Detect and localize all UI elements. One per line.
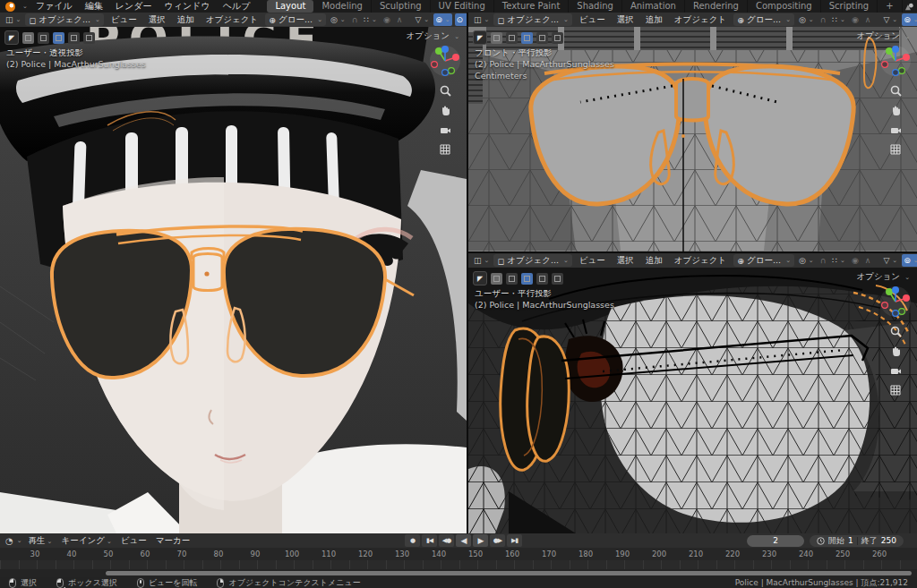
visibility-filter-button[interactable]: ▽⌄	[881, 13, 899, 26]
menubar-item-ファイル[interactable]: ファイル	[30, 0, 79, 13]
viewport-user-orthographic[interactable]: ◫⌄◻オブジェク...⌄ビュー選択追加オブジェクト⊕グロー...⌄◎⌄∩∷⌄◉∧…	[468, 253, 917, 533]
orientation-dropdown[interactable]: ⊕グロー...⌄	[733, 254, 794, 267]
select-mode-option-1[interactable]	[22, 32, 34, 44]
jump-prev-keyframe-button[interactable]: ◀●	[439, 534, 454, 547]
workspace-tab-layout[interactable]: Layout	[267, 0, 313, 13]
camera-view-icon[interactable]	[890, 124, 902, 136]
falloff-button[interactable]: ∧	[863, 254, 873, 267]
camera-view-icon[interactable]	[440, 124, 451, 136]
orientation-gizmo[interactable]	[429, 45, 461, 77]
add-workspace-button[interactable]: +	[878, 0, 902, 13]
scene-selector[interactable]: ⌄ Scene	[904, 2, 917, 12]
mode-dropdown[interactable]: ◻オブジェク...⌄	[493, 13, 571, 26]
timeline-track[interactable]	[0, 560, 917, 569]
area-divider-vertical[interactable]	[467, 13, 468, 533]
workspace-tab-compositing[interactable]: Compositing	[748, 0, 821, 13]
proportional-edit-button[interactable]: ◉	[381, 13, 392, 26]
select-mode-option-2[interactable]	[506, 32, 518, 44]
select-mode-option-5[interactable]	[552, 32, 563, 44]
pan-hand-icon[interactable]	[890, 345, 902, 357]
range-end-value[interactable]: 250	[881, 536, 896, 545]
select-box-tool-button[interactable]: ◤	[473, 30, 487, 45]
workspace-tab-sculpting[interactable]: Sculpting	[372, 0, 431, 13]
visibility-filter-button[interactable]: ▽⌄	[881, 254, 899, 267]
viewport-menu-ビュー[interactable]: ビュー	[107, 14, 141, 26]
zoom-icon[interactable]	[890, 326, 902, 337]
select-mode-option-2[interactable]	[506, 273, 518, 285]
select-mode-option-4[interactable]	[536, 32, 548, 44]
falloff-button[interactable]: ∧	[863, 13, 873, 26]
orientation-gizmo[interactable]	[879, 285, 912, 318]
viewport-menu-オブジェクト[interactable]: オブジェクト	[670, 255, 731, 267]
editor-type-button[interactable]: ◫⌄	[4, 13, 22, 26]
workspace-tab-modeling[interactable]: Modeling	[313, 0, 372, 13]
zoom-icon[interactable]	[890, 85, 902, 97]
viewport-menu-追加[interactable]: 追加	[173, 14, 199, 26]
viewport-menu-選択[interactable]: 選択	[613, 14, 638, 26]
viewport-front-orthographic[interactable]: ◫⌄◻オブジェク...⌄ビュー選択追加オブジェクト⊕グロー...⌄◎⌄∩∷⌄◉∧…	[468, 13, 917, 251]
select-mode-option-1[interactable]	[491, 273, 502, 285]
orientation-dropdown[interactable]: ⊕グロー...⌄	[733, 13, 794, 26]
orientation-gizmo[interactable]	[879, 45, 912, 77]
timeline-editor-icon[interactable]: ◔	[5, 536, 13, 546]
visibility-filter-button[interactable]: ▽⌄	[413, 13, 431, 26]
current-frame-field[interactable]: 2	[747, 535, 804, 547]
options-dropdown[interactable]: オプション ⌄	[406, 30, 459, 42]
menubar-item-レンダー[interactable]: レンダー	[109, 0, 159, 13]
falloff-button[interactable]: ∧	[395, 13, 405, 26]
viewport-user-perspective[interactable]: POLICE	[0, 13, 467, 533]
jump-to-end-button[interactable]: ▶▮	[507, 534, 522, 547]
show-gizmo-button[interactable]: ⊚⌄	[433, 13, 451, 26]
pan-hand-icon[interactable]	[440, 105, 451, 116]
viewport-menu-選択[interactable]: 選択	[144, 14, 170, 26]
orientation-dropdown[interactable]: ⊕グロー...⌄	[265, 13, 326, 26]
pivot-point-button[interactable]: ◎⌄	[329, 13, 347, 26]
timeline-scrollbar[interactable]	[106, 571, 912, 575]
select-mode-option-4[interactable]	[68, 32, 80, 44]
workspace-tab-rendering[interactable]: Rendering	[685, 0, 748, 13]
mode-dropdown[interactable]: ◻オブジェク...⌄	[493, 254, 571, 267]
editor-type-button[interactable]: ◫⌄	[472, 13, 491, 26]
pivot-point-button[interactable]: ◎⌄	[797, 13, 816, 26]
snap-toggle-button[interactable]: ∩	[818, 13, 828, 26]
select-mode-option-2[interactable]	[38, 32, 49, 44]
play-button[interactable]: ▶	[473, 534, 488, 547]
select-box-tool-button[interactable]: ◤	[473, 271, 487, 285]
editor-type-button[interactable]: ◫⌄	[472, 254, 491, 267]
proportional-edit-button[interactable]: ◉	[850, 254, 861, 267]
play-reverse-button[interactable]: ◀	[456, 534, 471, 547]
options-dropdown[interactable]: オプション ⌄	[856, 30, 910, 42]
toggle-ortho-icon[interactable]	[890, 144, 902, 156]
blender-logo-icon[interactable]	[5, 2, 15, 12]
timeline-menu-マーカー[interactable]: マーカー	[151, 535, 194, 547]
jump-next-keyframe-button[interactable]: ●▶	[490, 534, 505, 547]
frame-range-fields[interactable]: 開始 1 終了 250	[810, 535, 904, 547]
area-divider-horizontal[interactable]	[468, 251, 917, 253]
auto-keying-button[interactable]: ●	[405, 534, 420, 547]
timeline-menu-ビュー[interactable]: ビュー	[116, 535, 151, 547]
snap-target-button[interactable]: ∷⌄	[830, 254, 847, 267]
viewport-menu-オブジェクト[interactable]: オブジェクト	[670, 14, 731, 26]
show-gizmo-button[interactable]: ⊚⌄	[902, 254, 917, 267]
select-mode-option-5[interactable]	[83, 32, 95, 44]
pan-hand-icon[interactable]	[890, 105, 902, 116]
viewport-menu-追加[interactable]: 追加	[641, 14, 667, 26]
viewport-menu-オブジェクト[interactable]: オブジェクト	[201, 14, 262, 26]
viewport-menu-追加[interactable]: 追加	[641, 255, 667, 267]
toggle-ortho-icon[interactable]	[890, 385, 902, 396]
workspace-tab-uv-editing[interactable]: UV Editing	[431, 0, 494, 13]
camera-view-icon[interactable]	[890, 365, 902, 377]
timeline-ruler[interactable]: 3040506070809010011012013014015016017018…	[0, 548, 917, 560]
range-start-value[interactable]: 1	[848, 536, 853, 545]
zoom-icon[interactable]	[440, 85, 451, 97]
viewport-menu-選択[interactable]: 選択	[613, 255, 638, 267]
workspace-tab-scripting[interactable]: Scripting	[821, 0, 878, 13]
select-mode-option-4[interactable]	[536, 273, 548, 285]
options-dropdown[interactable]: オプション ⌄	[856, 271, 910, 283]
jump-to-start-button[interactable]: ▮◀	[422, 534, 437, 547]
proportional-edit-button[interactable]: ◉	[850, 13, 861, 26]
toggle-ortho-icon[interactable]	[440, 144, 451, 156]
select-mode-option-5[interactable]	[552, 273, 563, 285]
menubar-item-編集[interactable]: 編集	[79, 0, 109, 13]
menubar-item-ヘルプ[interactable]: ヘルプ	[217, 0, 257, 13]
